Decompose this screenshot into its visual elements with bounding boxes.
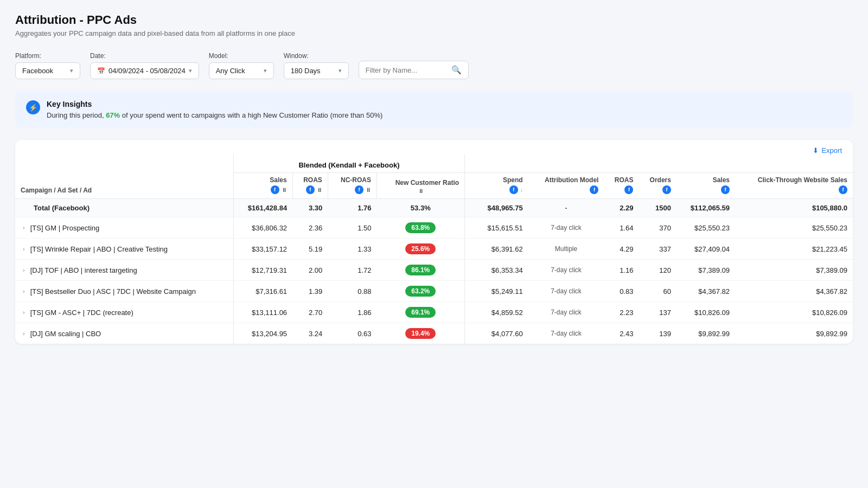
- export-icon: ⬇: [813, 146, 819, 155]
- expand-button[interactable]: ›: [21, 308, 27, 317]
- search-icon: 🔍: [451, 65, 462, 75]
- click-thru: $4,367.82: [735, 281, 853, 302]
- nc-roas: 0.88: [328, 281, 376, 302]
- spend: $4,077.60: [465, 323, 528, 344]
- export-label: Export: [821, 146, 842, 155]
- sales-fb: $25,550.23: [676, 217, 735, 239]
- date-label: Date:: [90, 52, 199, 60]
- model-label: Model:: [209, 52, 274, 60]
- platform-value: Facebook: [22, 67, 53, 75]
- ncr-badge-cell: 53.3%: [377, 199, 465, 217]
- roas-blended-header: ROAS f ⏸: [292, 173, 328, 199]
- campaign-col-header: Campaign / Ad Set / Ad: [21, 187, 228, 194]
- campaign-name: Total (Facebook): [15, 199, 233, 217]
- search-box[interactable]: 🔍: [359, 61, 469, 79]
- click-thru: $105,880.0: [735, 199, 853, 217]
- spend: $5,249.11: [465, 281, 528, 302]
- fb-icon-spend: f: [509, 185, 518, 194]
- sales-fb-header: Sales f: [676, 173, 735, 199]
- sales-blended: $33,157.12: [233, 239, 292, 260]
- insights-text: During this period, 67% of your spend we…: [47, 111, 382, 119]
- expand-button[interactable]: ›: [21, 223, 27, 232]
- attribution-model: 7-day click: [528, 323, 604, 344]
- expand-button[interactable]: ›: [21, 245, 27, 253]
- click-thru: $21,223.45: [735, 239, 853, 260]
- attribution-model: -: [528, 199, 604, 217]
- sales-fb: $7,389.09: [676, 260, 735, 281]
- campaign-name: › [TS] Bestseller Duo | ASC | 7DC | Webs…: [15, 281, 233, 302]
- ncr-badge: 25.6%: [405, 243, 436, 254]
- ncr-badge-cell: 69.1%: [377, 302, 465, 323]
- sales-blended: $13,204.95: [233, 323, 292, 344]
- window-value: 180 Days: [291, 67, 321, 75]
- orders: 370: [639, 217, 676, 239]
- spend: $6,391.62: [465, 239, 528, 260]
- expand-button[interactable]: ›: [21, 287, 27, 296]
- ncr-badge-cell: 19.4%: [377, 323, 465, 344]
- click-thru: $9,892.99: [735, 323, 853, 344]
- pause-icon-sales: ⏸: [282, 187, 287, 193]
- fb-icon-sales-fb: f: [721, 185, 730, 194]
- page-subtitle: Aggregates your PPC campaign data and pi…: [15, 29, 853, 37]
- ncr-badge: 63.2%: [405, 286, 436, 297]
- roas-blended: 3.30: [292, 199, 328, 217]
- insights-pre: During this period,: [47, 111, 106, 119]
- sales-fb: $4,367.82: [676, 281, 735, 302]
- campaign-name: › [TS] GM | Prospecting: [15, 217, 233, 239]
- ncr-badge-cell: 63.8%: [377, 217, 465, 239]
- date-chevron-icon: ▾: [189, 67, 192, 74]
- attribution-model: 7-day click: [528, 302, 604, 323]
- roas-blended: 2.70: [292, 302, 328, 323]
- orders: 137: [639, 302, 676, 323]
- export-button[interactable]: ⬇ Export: [813, 146, 842, 155]
- calendar-icon: 📅: [97, 67, 105, 75]
- orders: 139: [639, 323, 676, 344]
- roas-fb: 0.83: [604, 281, 639, 302]
- roas-blended: 2.36: [292, 217, 328, 239]
- platform-label: Platform:: [15, 52, 80, 60]
- campaign-name: › [DJ] TOF | ABO | interest targeting: [15, 260, 233, 281]
- nc-roas: 1.50: [328, 217, 376, 239]
- click-thru: $7,389.09: [735, 260, 853, 281]
- window-select[interactable]: 180 Days ▾: [284, 62, 349, 79]
- window-label: Window:: [284, 52, 349, 60]
- sales-blended: $36,806.32: [233, 217, 292, 239]
- roas-blended: 3.24: [292, 323, 328, 344]
- spend: $15,615.51: [465, 217, 528, 239]
- fb-icon-sales: f: [271, 185, 279, 194]
- nc-roas-header: NC-ROAS f ⏸: [328, 173, 376, 199]
- insights-pct: 67%: [106, 111, 120, 119]
- roas-fb: 2.43: [604, 323, 639, 344]
- sort-arrow-spend: ↓: [520, 187, 523, 193]
- roas-fb-header: ROAS f: [604, 173, 639, 199]
- date-select[interactable]: 📅 04/09/2024 - 05/08/2024 ▾: [90, 62, 199, 79]
- attribution-model: Multiple: [528, 239, 604, 260]
- expand-button[interactable]: ›: [21, 266, 27, 274]
- date-value: 04/09/2024 - 05/08/2024: [108, 67, 186, 75]
- ncr-badge-cell: 25.6%: [377, 239, 465, 260]
- insights-box: ⚡ Key Insights During this period, 67% o…: [15, 91, 853, 128]
- ncr-badge: 69.1%: [405, 307, 436, 318]
- blended-group-header: Blended (Kendall + Facebook): [233, 155, 464, 173]
- orders: 1500: [639, 199, 676, 217]
- platform-select[interactable]: Facebook ▾: [15, 62, 80, 79]
- model-select[interactable]: Any Click ▾: [209, 62, 274, 79]
- search-input[interactable]: [366, 66, 447, 74]
- model-value: Any Click: [216, 67, 245, 75]
- roas-blended: 1.39: [292, 281, 328, 302]
- orders: 120: [639, 260, 676, 281]
- attribution-model: 7-day click: [528, 260, 604, 281]
- orders-header: Orders f: [639, 173, 676, 199]
- campaign-name: › [TS] Wrinkle Repair | ABO | Creative T…: [15, 239, 233, 260]
- sales-fb: $112,065.59: [676, 199, 735, 217]
- roas-blended: 5.19: [292, 239, 328, 260]
- expand-button[interactable]: ›: [21, 329, 27, 338]
- roas-fb: 2.23: [604, 302, 639, 323]
- sales-fb: $10,826.09: [676, 302, 735, 323]
- attribution-model: 7-day click: [528, 217, 604, 239]
- ncr-badge-cell: 86.1%: [377, 260, 465, 281]
- ncr-badge: 19.4%: [405, 328, 436, 339]
- sales-blended: $12,719.31: [233, 260, 292, 281]
- nc-roas: 1.76: [328, 199, 376, 217]
- nc-roas: 1.33: [328, 239, 376, 260]
